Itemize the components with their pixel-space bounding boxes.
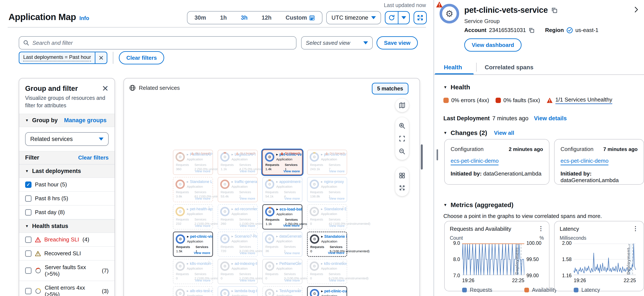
spread-layout-icon[interactable] — [399, 185, 405, 191]
tab-health[interactable]: Health — [444, 64, 462, 71]
view-more-link[interactable]: View more — [284, 278, 300, 282]
filter-option-row[interactable]: Past day (8) — [19, 206, 114, 219]
view-more-link[interactable]: View more — [240, 169, 255, 173]
changes-section-header[interactable]: ▼ Changes (2) View all — [444, 129, 514, 136]
services-unhealthy-link[interactable]: 1/1 Services Unhealthy — [556, 96, 612, 104]
checkbox[interactable] — [25, 195, 32, 202]
card-menu-icon[interactable]: ⋮ — [207, 287, 211, 292]
service-name[interactable]: ▶Standalone Lambda — [187, 180, 212, 184]
card-menu-icon[interactable]: ⋮ — [207, 206, 211, 210]
view-more-link[interactable]: View more — [329, 224, 344, 228]
checkbox[interactable] — [25, 250, 32, 257]
view-more-link[interactable]: View more — [284, 197, 300, 200]
checkbox[interactable] — [25, 288, 32, 294]
service-card-FulfillmentAPI[interactable]: SLI breach⚙▶FulfillmentAPIApplicationReq… — [173, 150, 213, 175]
filter-option-row[interactable]: ✓Past hour (5) — [19, 178, 114, 192]
time-range-1h[interactable]: 1h — [213, 12, 234, 24]
service-name[interactable]: ▶appointment-service-g... — [276, 180, 302, 184]
change-card[interactable]: Configuration 2 minutes ago ecs-pet-clin… — [444, 139, 550, 185]
remove-filter-icon[interactable]: ✕ — [95, 52, 107, 63]
refresh-icon[interactable] — [386, 12, 398, 24]
card-menu-icon[interactable]: ⋮ — [341, 233, 345, 238]
service-name[interactable]: ▶pet-clinic-customers-s... — [321, 289, 347, 293]
chart-menu-icon[interactable]: ⋮ — [538, 226, 544, 232]
view-more-link[interactable]: View more — [328, 251, 344, 255]
service-card-StandaloneEKS[interactable]: ⋮⚙▶Standalone EKSApplicationRequests0Ser… — [307, 204, 347, 229]
view-more-link[interactable]: View more — [283, 224, 300, 228]
latency-plot[interactable]: Deployment... — [574, 243, 636, 275]
service-card-lambda-bug-bash[interactable]: ⚙▶lambda-bug-bashApplicationRequestsServ… — [218, 286, 258, 296]
grid-layout-icon[interactable] — [399, 172, 405, 179]
service-name[interactable]: ▶dataGenerationLambda — [276, 234, 302, 239]
view-more-link[interactable]: View more — [195, 197, 210, 200]
view-dashboard-button[interactable]: View dashboard — [464, 38, 522, 52]
view-more-link[interactable]: View more — [195, 169, 210, 173]
checkbox[interactable] — [25, 267, 32, 274]
service-card-nginx-proxy[interactable]: ⚙▶nginx-proxyApplicationRequests138.8kSe… — [307, 177, 347, 202]
service-card-Scenario7-RegisterNe[interactable]: ⋮⚙▶Scenario7-RegisterNe...ApplicationReq… — [218, 232, 258, 257]
service-name[interactable]: ▶ecs-load-balancer — [276, 207, 302, 212]
service-card-pet-clinic-frontend-java[interactable]: SLI breach⚙▶pet-clinic-frontend-javaAppl… — [307, 150, 347, 175]
search-box[interactable] — [19, 36, 296, 50]
filter-option-row[interactable]: Server faults 5xx (>5%)(7) — [19, 261, 114, 281]
service-name[interactable]: ▶traffic-generator — [232, 180, 257, 184]
fit-view-icon[interactable] — [399, 135, 405, 142]
view-more-link[interactable]: View more — [195, 278, 210, 282]
time-range-custom[interactable]: Custom — [278, 12, 322, 24]
card-menu-icon[interactable]: ⋮ — [207, 260, 211, 265]
service-name[interactable]: ▶nginx-proxy — [321, 180, 344, 184]
timezone-dropdown[interactable]: UTC timezone — [326, 11, 381, 24]
card-menu-icon[interactable]: ⋮ — [252, 206, 256, 210]
saved-view-dropdown[interactable]: Select saved view — [301, 36, 373, 50]
view-more-link[interactable]: View more — [284, 251, 300, 255]
card-menu-icon[interactable]: ⋮ — [296, 260, 300, 265]
scrollbar-thumb[interactable] — [436, 149, 438, 160]
service-card-appointment-service-g[interactable]: ⚙▶appointment-service-g...ApplicationReq… — [262, 177, 302, 202]
card-menu-icon[interactable]: ⋮ — [252, 233, 256, 238]
service-card-ad-recommendation-lb[interactable]: ⋮⚙▶ad-recommendation-lbApplicationReques… — [218, 204, 258, 229]
minimap-toggle-button[interactable] — [395, 98, 409, 112]
service-card-dataGenerationLambda[interactable]: ⚙▶dataGenerationLambdaApplicationRequest… — [262, 232, 302, 257]
card-menu-icon[interactable]: ⋮ — [341, 206, 345, 210]
info-link[interactable]: Info — [80, 15, 89, 21]
service-name[interactable]: ▶ad-indexing-lb — [232, 261, 257, 266]
service-card-TestAgarwalr[interactable]: ⋮⚙▶TestAgarwalrApplicationRequestsServic… — [262, 286, 302, 296]
group-by-section-header[interactable]: ▼ Group by Manage groups — [19, 114, 114, 127]
view-more-link[interactable]: View more — [329, 169, 344, 173]
service-card-traffic-generator[interactable]: ⚙▶traffic-generatorApplicationRequests53… — [218, 177, 258, 202]
view-more-link[interactable]: View more — [240, 278, 255, 282]
zoom-out-icon[interactable] — [399, 148, 406, 155]
service-card-PetNameGenerator[interactable]: ⋮⚙▶PetNameGeneratorApplicationRequests0S… — [262, 259, 302, 284]
filter-option-row[interactable]: Client errors 4xx (>5%)(3) — [19, 281, 114, 296]
filter-option-row[interactable]: Past 8 hrs (5) — [19, 192, 114, 206]
time-range-selector[interactable]: 30m1h3h12hCustom — [187, 11, 322, 24]
view-more-link[interactable]: View more — [195, 224, 210, 228]
change-resource-link[interactable]: ecs-pet-clinic-demo — [560, 158, 608, 165]
copy-icon[interactable] — [528, 27, 534, 33]
scrollbar-thumb[interactable] — [421, 144, 423, 170]
view-more-link[interactable]: View more — [240, 251, 255, 255]
time-range-30m[interactable]: 30m — [188, 12, 213, 24]
change-resource-link[interactable]: ecs-pet-clinic-demo — [451, 158, 498, 165]
close-icon[interactable]: ✕ — [102, 84, 108, 93]
chart-menu-icon[interactable]: ⋮ — [632, 226, 638, 232]
panel-clear-filters-link[interactable]: Clear filters — [78, 155, 108, 161]
save-view-button[interactable]: Save view — [376, 36, 418, 50]
change-card[interactable]: Configuration 7 minutes ago ecs-pet-clin… — [554, 139, 644, 185]
view-more-link[interactable]: View more — [240, 224, 255, 228]
service-card-k8s-onlineboutique-60[interactable]: ⋮⚙▶k8s-onlineboutique-60...ApplicationRe… — [307, 259, 347, 284]
refresh-split-button[interactable] — [385, 11, 410, 24]
checkbox[interactable]: ✓ — [25, 182, 32, 188]
service-name[interactable]: ▶pet-clinic-visits-service — [187, 234, 212, 239]
service-card-LogisticsAPI[interactable]: SLI breach⚙▶LogisticsAPIApplicationReque… — [218, 150, 258, 175]
filter-section-last-deployments[interactable]: ▼Last deployments — [19, 165, 114, 178]
checkbox[interactable] — [25, 236, 32, 243]
view-more-link[interactable]: View more — [194, 251, 210, 255]
service-card-ecs-load-balancer[interactable]: ⚙▶ecs-load-balancerApplicationRequests1.… — [262, 204, 302, 229]
service-name[interactable]: ▶lambda-bug-bash — [232, 289, 257, 293]
view-more-link[interactable]: View more — [329, 197, 344, 200]
filter-section-health-status[interactable]: ▼Health status — [19, 219, 114, 233]
search-input[interactable] — [32, 40, 292, 46]
group-by-select[interactable]: Related services — [25, 132, 108, 146]
collapse-panel-icon[interactable] — [633, 6, 639, 13]
